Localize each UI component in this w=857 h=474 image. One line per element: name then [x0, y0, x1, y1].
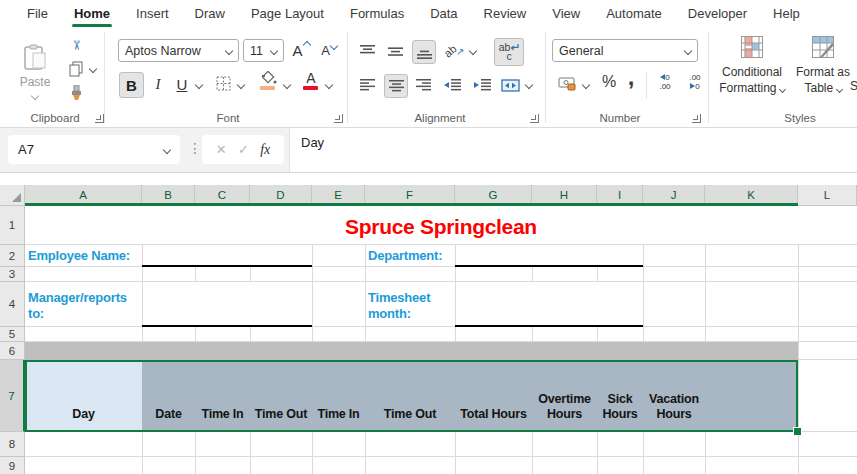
- decrease-indent-button[interactable]: [440, 74, 464, 96]
- orientation-chevron[interactable]: [469, 47, 477, 55]
- accounting-chevron[interactable]: [582, 81, 590, 89]
- cell-k7[interactable]: [705, 362, 796, 428]
- accounting-format-button[interactable]: [556, 72, 578, 94]
- grid-row-9[interactable]: [25, 457, 857, 474]
- cell-f7-header-time-out[interactable]: Time Out: [365, 362, 455, 428]
- row-header-3[interactable]: 3: [0, 267, 25, 282]
- paste-button[interactable]: Paste: [12, 34, 58, 108]
- top-align-button[interactable]: [356, 40, 378, 62]
- row-header-4[interactable]: 4: [0, 282, 25, 327]
- decrease-decimal-button[interactable]: .00 0: [682, 72, 708, 94]
- comma-style-button[interactable]: ,: [622, 64, 640, 90]
- cell-b7-header-date[interactable]: Date: [142, 362, 195, 428]
- wrap-text-button[interactable]: ab c: [494, 38, 524, 66]
- select-all-corner[interactable]: [0, 185, 25, 206]
- cell-i7-header-sick-hours[interactable]: Sick Hours: [597, 362, 643, 428]
- bottom-align-button[interactable]: [412, 40, 436, 64]
- row-header-2[interactable]: 2: [0, 245, 25, 267]
- underline-chevron[interactable]: [195, 81, 203, 89]
- cell-c7-header-time-in[interactable]: Time In: [195, 362, 250, 428]
- wrap-return-arrow-icon: [510, 44, 519, 51]
- cut-button[interactable]: ✂: [66, 36, 86, 54]
- borders-button[interactable]: [214, 74, 232, 92]
- increase-indent-button[interactable]: [470, 74, 494, 96]
- selection-fill-handle[interactable]: [793, 427, 802, 436]
- cancel-icon[interactable]: ✕: [216, 142, 227, 157]
- row-header-1[interactable]: 1: [0, 206, 25, 245]
- tab-formulas[interactable]: Formulas: [337, 0, 417, 28]
- cell-g7-header-total-hours[interactable]: Total Hours: [455, 362, 532, 428]
- merge-center-chevron[interactable]: [525, 81, 533, 89]
- format-as-table-button[interactable]: Format as Table: [792, 34, 854, 122]
- namebox-splitter-icon[interactable]: ⋮: [188, 140, 202, 156]
- fill-color-chevron[interactable]: [283, 81, 291, 89]
- bold-button[interactable]: B: [119, 72, 144, 98]
- insert-function-icon[interactable]: fx: [260, 142, 270, 158]
- decrease-font-size-button[interactable]: A: [318, 39, 340, 61]
- cell-a7-header-day[interactable]: Day: [25, 362, 142, 428]
- tab-help[interactable]: Help: [760, 0, 813, 28]
- tab-developer[interactable]: Developer: [675, 0, 760, 28]
- row-header-9[interactable]: 9: [0, 457, 25, 474]
- font-dialog-launcher-icon[interactable]: [334, 114, 343, 123]
- grid-row-8[interactable]: [25, 432, 857, 457]
- grid-row-3[interactable]: [25, 267, 857, 282]
- tab-view[interactable]: View: [539, 0, 593, 28]
- row-header-8[interactable]: 8: [0, 432, 25, 457]
- align-left-button[interactable]: [356, 74, 378, 96]
- tab-data[interactable]: Data: [417, 0, 470, 28]
- underline-button[interactable]: U: [172, 72, 192, 96]
- increase-font-size-button[interactable]: A: [290, 39, 312, 61]
- row-header-6[interactable]: 6: [0, 342, 25, 360]
- tab-page-layout[interactable]: Page Layout: [238, 0, 337, 28]
- formula-input[interactable]: Day: [289, 128, 857, 172]
- conditional-formatting-button[interactable]: Conditional Formatting: [714, 34, 790, 122]
- cell-j7-header-vacation-hours[interactable]: Vacation Hours: [643, 362, 705, 428]
- font-color-button[interactable]: A: [302, 70, 320, 86]
- bottom-align-icon: [417, 46, 432, 59]
- tab-insert[interactable]: Insert: [123, 0, 182, 28]
- row-header-5[interactable]: 5: [0, 327, 25, 342]
- cell-a2-employee-name-label[interactable]: Employee Name:: [28, 245, 130, 267]
- formula-value: Day: [301, 135, 324, 150]
- grid-row-5[interactable]: [25, 327, 857, 342]
- cell-f2-department-label[interactable]: Department:: [368, 245, 442, 267]
- font-name-combo[interactable]: Aptos Narrow: [118, 39, 239, 62]
- cell-styles-partial-label[interactable]: S: [850, 79, 857, 93]
- cell-title[interactable]: Spruce Springclean: [25, 206, 857, 245]
- tab-automate[interactable]: Automate: [593, 0, 675, 28]
- borders-chevron[interactable]: [237, 81, 245, 89]
- copy-button[interactable]: [66, 60, 86, 78]
- font-size-combo[interactable]: 11: [243, 39, 284, 62]
- percent-style-button[interactable]: %: [598, 70, 620, 94]
- fill-color-button[interactable]: [258, 70, 278, 86]
- font-color-chevron[interactable]: [325, 81, 333, 89]
- orientation-button[interactable]: ab ↗: [442, 40, 466, 62]
- cell-e7-header-time-in[interactable]: Time In: [312, 362, 365, 428]
- italic-button[interactable]: I: [148, 72, 168, 96]
- cell-a4-manager-label[interactable]: Manager/reports to:: [28, 282, 140, 327]
- row6-gray-band[interactable]: [25, 342, 798, 360]
- align-right-button[interactable]: [412, 74, 434, 96]
- merge-center-button[interactable]: [498, 74, 522, 96]
- name-box[interactable]: A7: [8, 135, 180, 164]
- cell-d7-header-time-out[interactable]: Time Out: [250, 362, 312, 428]
- align-center-button[interactable]: [384, 74, 408, 98]
- column-header-l[interactable]: L: [798, 185, 857, 206]
- cell-h7-header-overtime-hours[interactable]: Overtime Hours: [532, 362, 597, 428]
- tab-home[interactable]: Home: [61, 0, 123, 28]
- cell-f4-timesheet-label[interactable]: Timesheet month:: [368, 282, 456, 327]
- copy-dropdown-chevron[interactable]: [89, 65, 97, 73]
- tab-draw[interactable]: Draw: [182, 0, 238, 28]
- row-header-7[interactable]: 7: [0, 360, 25, 432]
- tab-file[interactable]: File: [14, 0, 61, 28]
- format-painter-button[interactable]: [66, 84, 86, 102]
- tab-review[interactable]: Review: [471, 0, 540, 28]
- number-format-combo[interactable]: General: [552, 39, 698, 62]
- clipboard-dialog-launcher-icon[interactable]: [95, 114, 104, 123]
- middle-align-button[interactable]: [384, 40, 406, 62]
- alignment-dialog-launcher-icon[interactable]: [530, 114, 539, 123]
- number-dialog-launcher-icon[interactable]: [692, 114, 701, 123]
- enter-icon[interactable]: ✓: [238, 142, 249, 157]
- increase-decimal-button[interactable]: 0 .00: [652, 72, 678, 94]
